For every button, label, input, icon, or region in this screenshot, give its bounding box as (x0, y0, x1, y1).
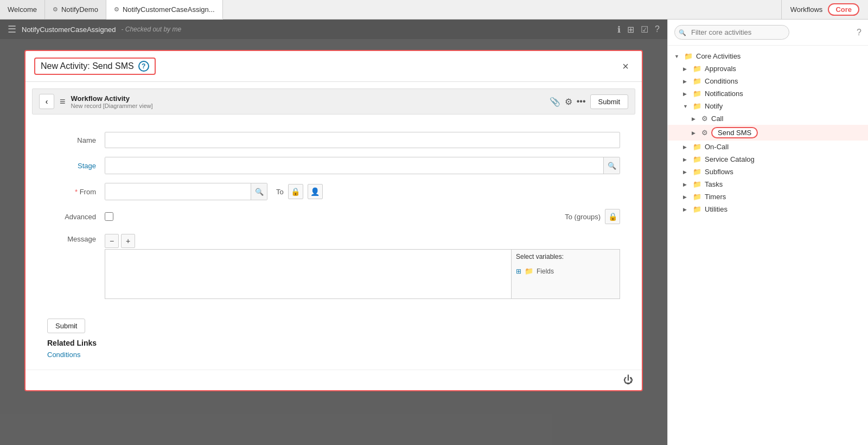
to-section: To 🔒 👤 (276, 184, 323, 199)
advanced-checkbox[interactable] (105, 212, 113, 221)
info-icon[interactable]: ℹ (617, 24, 621, 35)
tab-bar: Welcome ⚙ NotifyDemo ⚙ NotifyCustomerCas… (0, 0, 868, 20)
paperclip-icon[interactable]: 📎 (550, 97, 560, 107)
tree-item-timers[interactable]: ▶ 📁 Timers (668, 190, 868, 203)
stage-row: Stage 🔍 (47, 157, 620, 174)
advanced-row: Advanced To (groups) 🔒 (47, 209, 620, 224)
tree-item-notifications[interactable]: ▶ 📁 Notifications (668, 87, 868, 100)
from-to-row: From 🔍 To 🔒 👤 (47, 183, 620, 200)
tab-notify-demo-icon: ⚙ (53, 6, 58, 13)
call-arrow: ▶ (692, 116, 698, 122)
approvals-label: Approvals (705, 65, 736, 73)
filter-input[interactable] (674, 25, 789, 40)
checkmark-icon[interactable]: ☑ (641, 24, 648, 35)
tab-notify-demo[interactable]: ⚙ NotifyDemo (45, 0, 106, 19)
service-catalog-arrow: ▶ (683, 157, 690, 162)
notify-arrow: ▼ (683, 104, 690, 109)
from-search-button[interactable]: 🔍 (251, 183, 267, 200)
select-variables-title: Select variables: (512, 250, 620, 264)
fields-item[interactable]: ⊞ 📁 Fields (512, 264, 620, 278)
root-arrow: ▼ (674, 54, 681, 59)
tree-item-send-sms[interactable]: ▶ ⚙ Send SMS (668, 125, 868, 141)
tree-item-call[interactable]: ▶ ⚙ Call (668, 112, 868, 125)
tab-welcome-label: Welcome (8, 5, 37, 14)
sub-header: ‹ ≡ Workflow Activity New record [Diagra… (32, 88, 635, 115)
fields-expand-icon[interactable]: ⊞ (516, 268, 521, 275)
tab-welcome[interactable]: Welcome (0, 0, 45, 19)
back-button[interactable]: ‹ (39, 94, 54, 109)
to-lock-button[interactable]: 🔒 (288, 184, 303, 199)
conditions-link[interactable]: Conditions (47, 351, 620, 359)
send-sms-arrow: ▶ (692, 130, 698, 136)
stage-search-button[interactable]: 🔍 (603, 157, 620, 174)
tree-item-conditions[interactable]: ▶ 📁 Conditions (668, 75, 868, 87)
to-groups-lock-button[interactable]: 🔒 (605, 209, 620, 224)
name-input[interactable] (105, 132, 620, 148)
tab-notify-customer[interactable]: ⚙ NotifyCustomerCaseAssign... (106, 0, 223, 20)
core-activities-tree: ▼ 📁 Core Activities ▶ 📁 Approvals ▶ 📁 Co… (668, 46, 868, 220)
dialog-title-item: Send SMS (92, 61, 133, 71)
dialog-title-box: New Activity: Send SMS ? (34, 58, 156, 75)
on-call-folder-icon: 📁 (693, 143, 701, 151)
dialog-help-icon[interactable]: ? (138, 61, 149, 72)
select-variables-panel: Select variables: ⊞ 📁 Fields (511, 250, 620, 298)
fields-label: Fields (537, 268, 554, 275)
app-header-subtitle: - Checked out by me (121, 26, 181, 33)
tree-item-notify[interactable]: ▼ 📁 Notify (668, 100, 868, 112)
tree-item-approvals[interactable]: ▶ 📁 Approvals (668, 62, 868, 75)
app-header-icons: ℹ ⊞ ☑ ? (617, 24, 660, 35)
message-toolbar: − + (105, 233, 620, 249)
sub-header-subtitle: New record [Diagrammer view] (71, 103, 544, 109)
subflows-arrow: ▶ (683, 169, 690, 175)
tree-item-utilities[interactable]: ▶ 📁 Utilities (668, 203, 868, 215)
tree-item-service-catalog[interactable]: ▶ 📁 Service Catalog (668, 153, 868, 166)
message-label-col: Message (47, 233, 96, 299)
timers-folder-icon: 📁 (693, 193, 701, 201)
tasks-folder-icon: 📁 (693, 180, 701, 188)
dialog-close-button[interactable]: × (618, 58, 633, 75)
menu-icon[interactable]: ≡ (60, 96, 66, 107)
plus-button[interactable]: + (121, 234, 135, 248)
form-body: Name Stage 🔍 From (25, 121, 642, 319)
core-button[interactable]: Core (828, 3, 859, 16)
help-icon[interactable]: ? (655, 24, 660, 35)
notifications-arrow: ▶ (683, 91, 690, 97)
power-icon[interactable]: ⏻ (623, 374, 633, 386)
tree-item-subflows[interactable]: ▶ 📁 Subflows (668, 166, 868, 178)
message-label: Message (67, 235, 96, 243)
notifications-folder-icon: 📁 (693, 90, 701, 98)
app-header-title: NotifyCustomerCaseAssigned (22, 26, 116, 34)
bottom-submit-button[interactable]: Submit (47, 319, 85, 333)
related-links: Related Links Conditions (25, 339, 642, 370)
approvals-arrow: ▶ (683, 66, 690, 72)
back-icon: ‹ (46, 97, 48, 106)
notify-folder-icon: 📁 (693, 102, 701, 110)
conditions-arrow: ▶ (683, 79, 690, 84)
to-person-button[interactable]: 👤 (308, 184, 323, 199)
notifications-label: Notifications (705, 90, 743, 98)
conditions-folder-icon: 📁 (693, 77, 701, 85)
hamburger-icon[interactable]: ☰ (8, 23, 16, 35)
send-sms-label: Send SMS (711, 127, 758, 138)
from-label: From (47, 188, 96, 196)
to-groups-section: To (groups) 🔒 (565, 209, 620, 224)
tasks-label: Tasks (705, 180, 723, 188)
approvals-folder-icon: 📁 (693, 65, 701, 73)
dialog-header: New Activity: Send SMS ? × (25, 51, 642, 82)
tree-item-on-call[interactable]: ▶ 📁 On-Call (668, 141, 868, 153)
content-area: ☰ NotifyCustomerCaseAssigned - Checked o… (0, 20, 667, 445)
more-icon[interactable]: ••• (577, 97, 586, 106)
right-panel-help-icon[interactable]: ? (857, 28, 861, 37)
dialog-title-prefix: New Activity: (41, 61, 90, 71)
minus-button[interactable]: − (105, 234, 119, 248)
tree-root-core-activities[interactable]: ▼ 📁 Core Activities (668, 50, 868, 62)
stage-input[interactable] (105, 157, 603, 174)
header-icon2[interactable]: ⊞ (627, 24, 634, 35)
sub-header-submit-button[interactable]: Submit (590, 94, 628, 109)
timers-arrow: ▶ (683, 194, 690, 200)
sliders-icon[interactable]: ⚙ (565, 97, 572, 107)
tree-item-tasks[interactable]: ▶ 📁 Tasks (668, 178, 868, 190)
utilities-folder-icon: 📁 (693, 205, 701, 213)
message-textarea[interactable] (105, 250, 511, 298)
from-input[interactable] (105, 183, 251, 200)
